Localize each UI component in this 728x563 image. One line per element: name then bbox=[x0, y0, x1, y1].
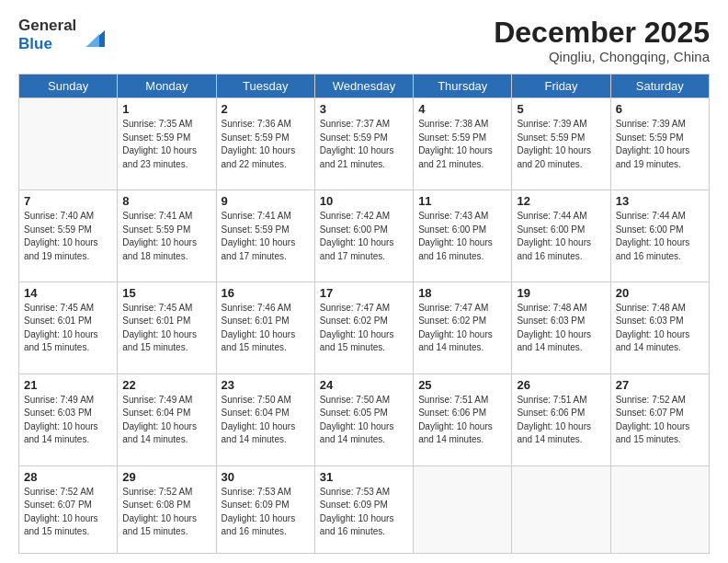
location: Qingliu, Chongqing, China bbox=[494, 49, 710, 64]
cell-info: Sunrise: 7:50 AMSunset: 6:05 PMDaylight:… bbox=[320, 394, 408, 447]
day-number: 28 bbox=[24, 470, 112, 484]
calendar-cell: 9Sunrise: 7:41 AMSunset: 5:59 PMDaylight… bbox=[216, 190, 314, 282]
calendar-cell: 5Sunrise: 7:39 AMSunset: 5:59 PMDaylight… bbox=[512, 98, 610, 190]
cell-info: Sunrise: 7:42 AMSunset: 6:00 PMDaylight:… bbox=[320, 210, 408, 263]
calendar-cell bbox=[414, 465, 512, 553]
header: General Blue December 2025 Qingliu, Chon… bbox=[18, 17, 710, 64]
day-number: 15 bbox=[122, 286, 210, 300]
day-number: 26 bbox=[517, 378, 605, 392]
day-number: 31 bbox=[320, 470, 408, 484]
cell-info: Sunrise: 7:45 AMSunset: 6:01 PMDaylight:… bbox=[122, 302, 210, 355]
cell-info: Sunrise: 7:49 AMSunset: 6:04 PMDaylight:… bbox=[122, 394, 210, 447]
calendar-cell: 20Sunrise: 7:48 AMSunset: 6:03 PMDayligh… bbox=[610, 282, 709, 373]
cell-info: Sunrise: 7:53 AMSunset: 6:09 PMDaylight:… bbox=[320, 486, 408, 539]
cell-info: Sunrise: 7:36 AMSunset: 5:59 PMDaylight:… bbox=[222, 118, 310, 171]
calendar-cell: 30Sunrise: 7:53 AMSunset: 6:09 PMDayligh… bbox=[216, 465, 314, 553]
cell-info: Sunrise: 7:53 AMSunset: 6:09 PMDaylight:… bbox=[222, 486, 310, 539]
day-number: 30 bbox=[222, 470, 310, 484]
calendar-cell: 2Sunrise: 7:36 AMSunset: 5:59 PMDaylight… bbox=[216, 98, 314, 190]
cell-info: Sunrise: 7:44 AMSunset: 6:00 PMDaylight:… bbox=[517, 210, 605, 263]
calendar-cell: 18Sunrise: 7:47 AMSunset: 6:02 PMDayligh… bbox=[414, 282, 512, 373]
weekday-sunday: Sunday bbox=[19, 75, 118, 98]
cell-info: Sunrise: 7:40 AMSunset: 5:59 PMDaylight:… bbox=[24, 210, 112, 263]
day-number: 22 bbox=[122, 378, 210, 392]
cell-info: Sunrise: 7:52 AMSunset: 6:08 PMDaylight:… bbox=[122, 486, 210, 539]
cell-info: Sunrise: 7:38 AMSunset: 5:59 PMDaylight:… bbox=[418, 118, 506, 171]
weekday-tuesday: Tuesday bbox=[216, 75, 314, 98]
calendar-table: SundayMondayTuesdayWednesdayThursdayFrid… bbox=[18, 74, 710, 554]
calendar-cell: 14Sunrise: 7:45 AMSunset: 6:01 PMDayligh… bbox=[19, 282, 118, 373]
day-number: 4 bbox=[418, 102, 506, 116]
week-row-2: 14Sunrise: 7:45 AMSunset: 6:01 PMDayligh… bbox=[19, 282, 710, 373]
weekday-monday: Monday bbox=[118, 75, 216, 98]
cell-info: Sunrise: 7:44 AMSunset: 6:00 PMDaylight:… bbox=[616, 210, 704, 263]
day-number: 14 bbox=[24, 286, 112, 300]
cell-info: Sunrise: 7:47 AMSunset: 6:02 PMDaylight:… bbox=[418, 302, 506, 355]
calendar-cell: 12Sunrise: 7:44 AMSunset: 6:00 PMDayligh… bbox=[512, 190, 610, 282]
day-number: 18 bbox=[418, 286, 506, 300]
logo: General Blue bbox=[18, 17, 107, 52]
day-number: 21 bbox=[24, 378, 112, 392]
day-number: 10 bbox=[320, 194, 408, 208]
calendar-cell: 16Sunrise: 7:46 AMSunset: 6:01 PMDayligh… bbox=[216, 282, 314, 373]
weekday-saturday: Saturday bbox=[610, 75, 709, 98]
calendar-cell bbox=[610, 465, 709, 553]
calendar-cell: 23Sunrise: 7:50 AMSunset: 6:04 PMDayligh… bbox=[216, 373, 314, 465]
cell-info: Sunrise: 7:52 AMSunset: 6:07 PMDaylight:… bbox=[616, 394, 704, 447]
calendar-cell: 24Sunrise: 7:50 AMSunset: 6:05 PMDayligh… bbox=[314, 373, 413, 465]
cell-info: Sunrise: 7:39 AMSunset: 5:59 PMDaylight:… bbox=[517, 118, 605, 171]
day-number: 11 bbox=[418, 194, 506, 208]
calendar-cell: 26Sunrise: 7:51 AMSunset: 6:06 PMDayligh… bbox=[512, 373, 610, 465]
cell-info: Sunrise: 7:37 AMSunset: 5:59 PMDaylight:… bbox=[320, 118, 408, 171]
day-number: 2 bbox=[222, 102, 310, 116]
day-number: 17 bbox=[320, 286, 408, 300]
calendar-body: 1Sunrise: 7:35 AMSunset: 5:59 PMDaylight… bbox=[19, 98, 710, 554]
calendar-cell: 3Sunrise: 7:37 AMSunset: 5:59 PMDaylight… bbox=[314, 98, 413, 190]
cell-info: Sunrise: 7:52 AMSunset: 6:07 PMDaylight:… bbox=[24, 486, 112, 539]
cell-info: Sunrise: 7:41 AMSunset: 5:59 PMDaylight:… bbox=[222, 210, 310, 263]
day-number: 27 bbox=[616, 378, 704, 392]
cell-info: Sunrise: 7:39 AMSunset: 5:59 PMDaylight:… bbox=[616, 118, 704, 171]
cell-info: Sunrise: 7:46 AMSunset: 6:01 PMDaylight:… bbox=[222, 302, 310, 355]
calendar-cell: 29Sunrise: 7:52 AMSunset: 6:08 PMDayligh… bbox=[118, 465, 216, 553]
calendar-cell: 13Sunrise: 7:44 AMSunset: 6:00 PMDayligh… bbox=[610, 190, 709, 282]
cell-info: Sunrise: 7:50 AMSunset: 6:04 PMDaylight:… bbox=[222, 394, 310, 447]
logo-icon bbox=[79, 21, 107, 49]
cell-info: Sunrise: 7:45 AMSunset: 6:01 PMDaylight:… bbox=[24, 302, 112, 355]
day-number: 19 bbox=[517, 286, 605, 300]
day-number: 5 bbox=[517, 102, 605, 116]
day-number: 20 bbox=[616, 286, 704, 300]
logo-blue: Blue bbox=[18, 35, 76, 53]
calendar-cell: 7Sunrise: 7:40 AMSunset: 5:59 PMDaylight… bbox=[19, 190, 118, 282]
cell-info: Sunrise: 7:41 AMSunset: 5:59 PMDaylight:… bbox=[122, 210, 210, 263]
weekday-header-row: SundayMondayTuesdayWednesdayThursdayFrid… bbox=[19, 75, 710, 98]
calendar-cell bbox=[512, 465, 610, 553]
calendar-cell bbox=[19, 98, 118, 190]
day-number: 13 bbox=[616, 194, 704, 208]
cell-info: Sunrise: 7:49 AMSunset: 6:03 PMDaylight:… bbox=[24, 394, 112, 447]
day-number: 25 bbox=[418, 378, 506, 392]
calendar-cell: 28Sunrise: 7:52 AMSunset: 6:07 PMDayligh… bbox=[19, 465, 118, 553]
week-row-4: 28Sunrise: 7:52 AMSunset: 6:07 PMDayligh… bbox=[19, 465, 710, 553]
calendar-cell: 4Sunrise: 7:38 AMSunset: 5:59 PMDaylight… bbox=[414, 98, 512, 190]
calendar-cell: 17Sunrise: 7:47 AMSunset: 6:02 PMDayligh… bbox=[314, 282, 413, 373]
calendar-cell: 10Sunrise: 7:42 AMSunset: 6:00 PMDayligh… bbox=[314, 190, 413, 282]
month-title: December 2025 bbox=[494, 17, 710, 49]
calendar-cell: 8Sunrise: 7:41 AMSunset: 5:59 PMDaylight… bbox=[118, 190, 216, 282]
calendar-cell: 6Sunrise: 7:39 AMSunset: 5:59 PMDaylight… bbox=[610, 98, 709, 190]
day-number: 3 bbox=[320, 102, 408, 116]
calendar-cell: 25Sunrise: 7:51 AMSunset: 6:06 PMDayligh… bbox=[414, 373, 512, 465]
cell-info: Sunrise: 7:47 AMSunset: 6:02 PMDaylight:… bbox=[320, 302, 408, 355]
day-number: 7 bbox=[24, 194, 112, 208]
cell-info: Sunrise: 7:51 AMSunset: 6:06 PMDaylight:… bbox=[517, 394, 605, 447]
page: General Blue December 2025 Qingliu, Chon… bbox=[0, 0, 728, 563]
calendar-cell: 19Sunrise: 7:48 AMSunset: 6:03 PMDayligh… bbox=[512, 282, 610, 373]
calendar-cell: 22Sunrise: 7:49 AMSunset: 6:04 PMDayligh… bbox=[118, 373, 216, 465]
day-number: 16 bbox=[222, 286, 310, 300]
calendar-cell: 31Sunrise: 7:53 AMSunset: 6:09 PMDayligh… bbox=[314, 465, 413, 553]
calendar-cell: 11Sunrise: 7:43 AMSunset: 6:00 PMDayligh… bbox=[414, 190, 512, 282]
calendar-cell: 15Sunrise: 7:45 AMSunset: 6:01 PMDayligh… bbox=[118, 282, 216, 373]
day-number: 12 bbox=[517, 194, 605, 208]
cell-info: Sunrise: 7:43 AMSunset: 6:00 PMDaylight:… bbox=[418, 210, 506, 263]
calendar-cell: 27Sunrise: 7:52 AMSunset: 6:07 PMDayligh… bbox=[610, 373, 709, 465]
